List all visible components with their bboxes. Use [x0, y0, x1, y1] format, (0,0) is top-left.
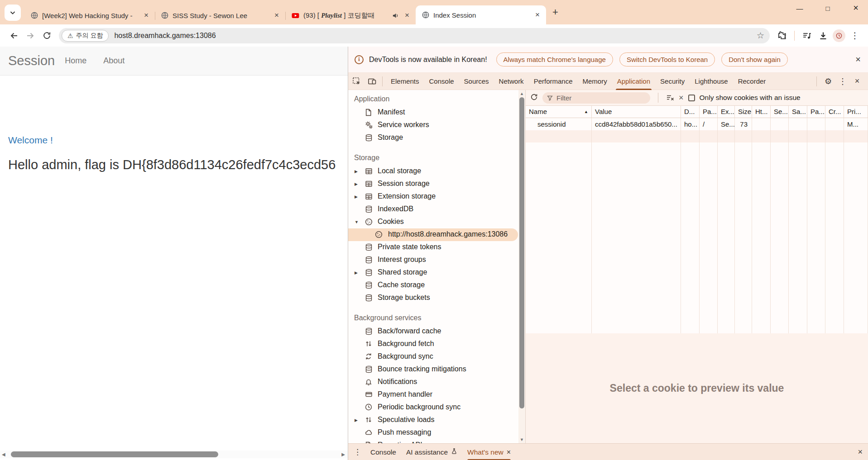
tab-close-icon[interactable]: × — [273, 11, 281, 20]
devtools-menu-icon[interactable]: ⋮ — [836, 75, 849, 88]
sidebar-item[interactable]: Payment handler — [348, 389, 525, 401]
devtools-tab-sources[interactable]: Sources — [459, 73, 494, 90]
drawer-menu-icon[interactable]: ⋮ — [354, 447, 361, 457]
column-header[interactable]: D... — [681, 106, 700, 118]
notification-close-icon[interactable]: × — [855, 54, 861, 65]
sidebar-item[interactable]: Interest groups — [348, 254, 525, 266]
sidebar-item[interactable]: Reporting API — [348, 439, 525, 443]
sidebar-item[interactable]: Storage — [348, 132, 525, 144]
inspect-element-icon[interactable] — [350, 75, 364, 88]
drawer-tab-console[interactable]: Console — [370, 444, 396, 460]
refresh-cookies-icon[interactable] — [530, 93, 538, 102]
sidebar-scrollbar[interactable]: ▲ ▼ — [518, 90, 525, 443]
reload-button[interactable] — [40, 29, 53, 43]
sidebar-item[interactable]: Periodic background sync — [348, 401, 525, 414]
tree-collapsed-icon[interactable]: ▶ — [355, 418, 358, 422]
tree-collapsed-icon[interactable]: ▶ — [355, 270, 358, 275]
sidebar-item[interactable]: Back/forward cache — [348, 325, 525, 338]
devtools-tab-recorder[interactable]: Recorder — [733, 73, 771, 90]
devtools-tab-security[interactable]: Security — [655, 73, 690, 90]
url-bar[interactable]: ⚠ 주의 요함 host8.dreamhack.games:13086 ☆ — [59, 28, 770, 43]
column-header[interactable]: Name▲ — [526, 106, 592, 118]
welcome-link[interactable]: Welcome ! — [8, 135, 53, 146]
forward-button[interactable] — [24, 29, 37, 43]
cookie-cell[interactable]: / — [700, 118, 718, 130]
nav-link-about[interactable]: About — [103, 56, 125, 66]
tab-close-icon[interactable]: × — [533, 10, 542, 19]
notification-button[interactable]: Switch DevTools to Korean — [619, 52, 715, 66]
sidebar-item[interactable]: Cache storage — [348, 279, 525, 292]
notification-button[interactable]: Always match Chrome's language — [496, 52, 613, 66]
back-button[interactable] — [7, 29, 21, 43]
column-header[interactable]: Cr... — [825, 106, 844, 118]
column-header[interactable]: Sa... — [789, 106, 807, 118]
column-header[interactable]: Size — [735, 106, 752, 118]
profile-avatar[interactable] — [833, 29, 845, 42]
sidebar-item[interactable]: Push messaging — [348, 427, 525, 439]
cookie-cell[interactable] — [771, 118, 789, 130]
bookmark-star-icon[interactable]: ☆ — [757, 30, 764, 41]
devtools-tab-elements[interactable]: Elements — [386, 73, 424, 90]
column-header[interactable]: Se... — [771, 106, 789, 118]
tree-expanded-icon[interactable]: ▼ — [355, 220, 359, 224]
sidebar-item[interactable]: Service workers — [348, 119, 525, 132]
drawer-tab-what-s-new[interactable]: What's new× — [467, 444, 511, 460]
sidebar-item[interactable]: ▶Local storage — [348, 165, 525, 178]
device-toolbar-icon[interactable] — [365, 75, 379, 88]
sidebar-item[interactable]: IndexedDB — [348, 203, 525, 216]
tab-close-icon[interactable]: × — [142, 11, 150, 20]
column-header[interactable]: Ex... — [718, 106, 735, 118]
scroll-down-icon[interactable]: ▼ — [518, 437, 525, 442]
browser-menu-icon[interactable]: ⋮ — [848, 29, 862, 43]
sidebar-scrollbar-thumb[interactable] — [519, 97, 524, 408]
filter-input[interactable]: Filter — [542, 92, 650, 104]
scrollbar-thumb[interactable] — [11, 451, 218, 457]
tree-collapsed-icon[interactable]: ▶ — [355, 182, 358, 186]
browser-tab[interactable]: [Week2] Web Hacking Study -× — [24, 6, 155, 24]
cookie-cell[interactable]: 73 — [735, 118, 752, 130]
sidebar-item[interactable]: ▶Speculative loads — [348, 414, 525, 427]
maximize-button[interactable]: □ — [819, 5, 836, 12]
cookie-cell[interactable] — [807, 118, 825, 130]
cookie-cell[interactable] — [752, 118, 771, 130]
sidebar-item[interactable]: ▶Session storage — [348, 178, 525, 190]
extensions-icon[interactable] — [775, 29, 789, 43]
tree-collapsed-icon[interactable]: ▶ — [355, 194, 358, 199]
sidebar-item[interactable]: Storage buckets — [348, 292, 525, 304]
cookie-cell[interactable]: M... — [844, 118, 868, 130]
browser-tab[interactable]: (93) [ Playlist ] 코딩할때× — [285, 6, 416, 24]
tree-collapsed-icon[interactable]: ▶ — [355, 169, 358, 174]
column-header[interactable]: Pa... — [700, 106, 718, 118]
new-tab-button[interactable]: + — [552, 6, 558, 18]
cookie-cell[interactable]: ho... — [681, 118, 700, 130]
cookie-cell[interactable] — [825, 118, 844, 130]
scroll-up-icon[interactable]: ▲ — [518, 91, 525, 96]
speaker-icon[interactable] — [392, 12, 399, 19]
sidebar-item[interactable]: ▶Shared storage — [348, 266, 525, 279]
horizontal-scrollbar[interactable]: ◀ ▶ — [0, 451, 348, 458]
notification-button[interactable]: Don't show again — [721, 52, 788, 66]
column-header[interactable]: Pri... — [844, 106, 868, 118]
scroll-left-icon[interactable]: ◀ — [2, 452, 5, 457]
devtools-tab-memory[interactable]: Memory — [578, 73, 612, 90]
column-header[interactable]: Ht... — [752, 106, 771, 118]
column-header[interactable]: Pa... — [807, 106, 825, 118]
devtools-settings-icon[interactable]: ⚙ — [822, 75, 834, 88]
cookie-cell[interactable]: sessionid — [526, 118, 592, 130]
cookie-cell[interactable] — [789, 118, 807, 130]
devtools-close-icon[interactable]: × — [851, 75, 863, 88]
sidebar-item[interactable]: Manifest — [348, 106, 525, 119]
devtools-tab-console[interactable]: Console — [424, 73, 459, 90]
browser-tab[interactable]: SISS Study - Sewon Lee× — [155, 6, 285, 24]
sidebar-item[interactable]: Notifications — [348, 376, 525, 389]
media-playlist-icon[interactable] — [800, 29, 814, 43]
site-brand[interactable]: Session — [8, 53, 55, 68]
scroll-right-icon[interactable]: ▶ — [341, 452, 345, 457]
column-header[interactable]: Value — [592, 106, 681, 118]
drawer-close-icon[interactable]: × — [858, 447, 863, 457]
url-text[interactable]: host8.dreamhack.games:13086 — [114, 32, 757, 40]
sidebar-item[interactable]: Private state tokens — [348, 241, 525, 254]
sidebar-item[interactable]: ▶Extension storage — [348, 190, 525, 203]
security-badge[interactable]: ⚠ 주의 요함 — [62, 30, 109, 42]
downloads-icon[interactable] — [816, 29, 830, 43]
